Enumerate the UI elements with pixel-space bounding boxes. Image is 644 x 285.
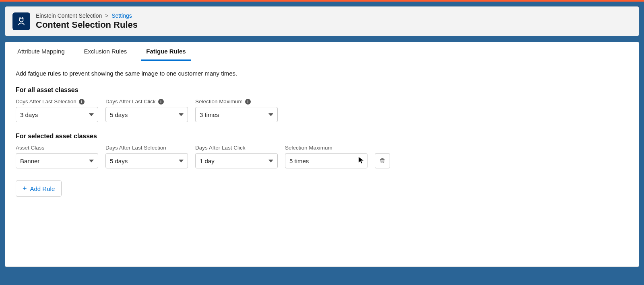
page-shell: Einstein Content Selection > Settings Co… — [0, 2, 644, 285]
select-days-after-selection-sel[interactable]: 5 days — [105, 153, 188, 168]
label-days-after-click-sel: Days After Last Click — [195, 145, 246, 151]
field-days-after-selection-sel: Days After Last Selection 5 days — [105, 145, 188, 168]
trash-icon — [379, 158, 386, 164]
chevron-down-icon — [268, 160, 273, 162]
delete-rule-button[interactable] — [375, 153, 390, 168]
select-selection-max-all[interactable]: 3 times — [195, 107, 278, 122]
tab-fatigue-rules[interactable]: Fatigue Rules — [141, 42, 190, 61]
page-title: Content Selection Rules — [36, 20, 138, 30]
intro-text: Add fatigue rules to prevent showing the… — [16, 70, 628, 77]
field-days-after-click-sel: Days After Last Click 1 day — [195, 145, 278, 168]
select-value: 3 times — [200, 111, 219, 118]
chevron-down-icon — [89, 160, 94, 162]
select-value: 5 days — [110, 111, 128, 118]
chevron-down-icon — [179, 160, 184, 162]
info-icon[interactable]: i — [79, 99, 85, 105]
label-days-after-selection-sel: Days After Last Selection — [105, 145, 166, 151]
content-card: Attribute Mapping Exclusion Rules Fatigu… — [5, 42, 639, 267]
tab-exclusion-rules[interactable]: Exclusion Rules — [79, 42, 132, 61]
chevron-down-icon — [89, 113, 94, 116]
field-asset-class: Asset Class Banner — [16, 145, 98, 168]
label-days-after-click-all: Days After Last Click — [105, 98, 156, 105]
page-header: Einstein Content Selection > Settings Co… — [5, 6, 639, 36]
add-rule-label: Add Rule — [30, 185, 55, 192]
breadcrumb-separator: > — [105, 12, 108, 19]
tab-attribute-mapping[interactable]: Attribute Mapping — [12, 42, 70, 61]
field-days-after-selection-all: Days After Last Selection i 3 days — [16, 98, 98, 122]
info-icon[interactable]: i — [158, 99, 164, 105]
svg-point-0 — [19, 18, 23, 22]
breadcrumb-parent: Einstein Content Selection — [36, 12, 102, 19]
select-value: 5 times — [289, 158, 309, 164]
selected-asset-row: Asset Class Banner Days After Last Selec… — [16, 145, 628, 168]
select-asset-class[interactable]: Banner — [16, 153, 98, 168]
select-value: 1 day — [200, 158, 215, 164]
label-selection-max-sel: Selection Maximum — [285, 145, 332, 151]
chevron-down-icon — [268, 113, 273, 116]
label-selection-max-all: Selection Maximum — [195, 98, 243, 105]
label-days-after-selection-all: Days After Last Selection — [16, 98, 76, 105]
select-days-after-selection-all[interactable]: 3 days — [16, 107, 98, 122]
section-title-selected: For selected asset classes — [16, 133, 628, 140]
select-days-after-click-sel[interactable]: 1 day — [195, 153, 278, 168]
info-icon[interactable]: i — [245, 99, 251, 105]
breadcrumb-current-link[interactable]: Settings — [111, 12, 132, 19]
field-selection-max-sel: Selection Maximum 5 times — [285, 145, 367, 168]
field-selection-max-all: Selection Maximum i 3 times — [195, 98, 278, 122]
plus-icon: + — [23, 185, 27, 192]
fatigue-rules-panel: Add fatigue rules to prevent showing the… — [5, 61, 639, 205]
chevron-down-icon — [179, 113, 184, 116]
section-title-all: For all asset classes — [16, 86, 628, 94]
label-asset-class: Asset Class — [16, 145, 44, 151]
cursor-icon — [358, 157, 364, 165]
select-value: 5 days — [110, 158, 128, 164]
field-days-after-click-all: Days After Last Click i 5 days — [105, 98, 188, 122]
breadcrumb: Einstein Content Selection > Settings — [36, 12, 138, 19]
select-days-after-click-all[interactable]: 5 days — [105, 107, 188, 122]
tab-bar: Attribute Mapping Exclusion Rules Fatigu… — [5, 42, 639, 61]
all-asset-row: Days After Last Selection i 3 days Days … — [16, 98, 628, 122]
add-rule-button[interactable]: + Add Rule — [16, 180, 62, 197]
select-selection-max-sel[interactable]: 5 times — [285, 153, 367, 168]
select-value: Banner — [20, 158, 39, 164]
einstein-icon — [12, 12, 30, 30]
select-value: 3 days — [20, 111, 38, 118]
